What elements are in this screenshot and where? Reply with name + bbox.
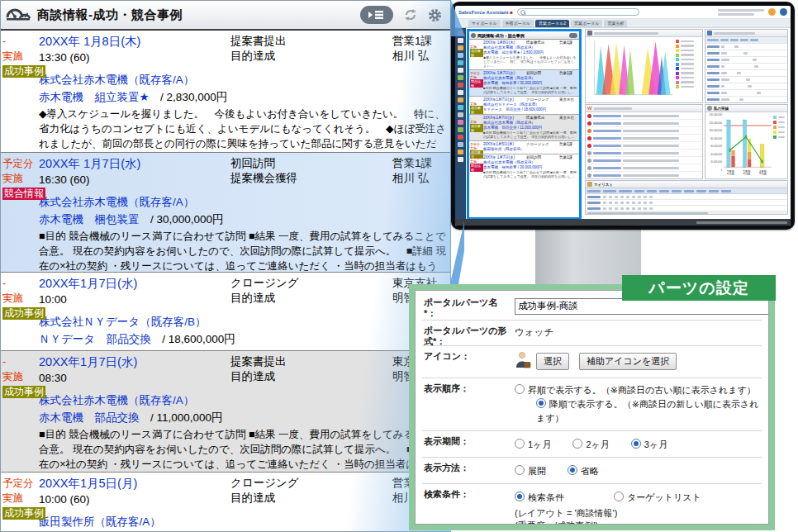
radio-button[interactable] [568, 465, 577, 475]
search-icon [520, 10, 525, 15]
radio-option[interactable]: ターゲットリスト [614, 492, 701, 502]
rail-icon [458, 31, 463, 36]
radio-option[interactable]: 3ヶ月 [631, 439, 667, 449]
radio-option[interactable]: 展開 [515, 466, 546, 476]
record-company-link[interactable]: 株式会社赤木電機（既存客/A） [39, 196, 194, 208]
mylist-row [586, 200, 787, 206]
record-product-link[interactable]: 赤木電機 部品交換 [39, 411, 140, 424]
dashboard-tab: 営業ポータル2 [535, 20, 569, 27]
record-status-column: - 実施 成功事例 [2, 35, 39, 79]
record-execution-status: 実施 [2, 50, 39, 64]
table-row [705, 97, 787, 103]
radio-option[interactable]: 2ヶ月 [572, 439, 609, 449]
refresh-icon[interactable] [403, 7, 418, 22]
mylist-title: マイリスト [594, 183, 613, 187]
ranking-row [586, 164, 702, 172]
record-flag: 予定分 [2, 157, 39, 172]
salesforce-assistant-logo: SalesForce Assistant ■ [458, 10, 513, 15]
record-row: - 実施 成功事例 20XX年1月7日(水) 08:30 提案書提出目的達成 東… [1, 350, 450, 472]
radio-option[interactable]: 1ヶ月 [515, 439, 551, 449]
settings-field-row: ポータルパーツの形式*：ウォッチ [422, 321, 762, 346]
rail-icon [458, 45, 463, 50]
radio-option[interactable]: 昇順で表示する。（※商談日の古い順に表示されます） [515, 383, 762, 397]
radio-button[interactable] [515, 439, 525, 449]
record-product-link[interactable]: ＮＹデータ 部品交換 [39, 333, 151, 345]
record-company-link[interactable]: 飯田製作所（既存客/A） [39, 515, 161, 528]
dashboard-tab: マイポータル [468, 20, 501, 27]
radio-button[interactable] [515, 492, 525, 501]
record-description: ■目的 競合機械のリース満了に合わせて訪問 ■結果 一度、費用の試算をしてみるこ… [39, 428, 447, 472]
record-row: 予定分 実施 競合情報 20XX年 1月7日(水) 16:30 (60) 初回訪… [1, 152, 450, 272]
svg-text:4月度: 4月度 [759, 169, 767, 177]
radio-button[interactable] [515, 465, 525, 475]
ranking-row [586, 135, 702, 142]
radio-option[interactable]: 検索条件 [515, 492, 564, 502]
record-description: ■目的 競合機械のリース満了に合わせて訪問 ■結果 一度、費用の試算をしてみるこ… [39, 230, 447, 272]
record-badge: 成功事例 [2, 507, 45, 520]
settings-field-row: アイコン： 選択補助アイコンを選択 [422, 346, 762, 378]
settings-field-label: アイコン： [424, 351, 508, 362]
expand-list-button[interactable] [360, 6, 393, 24]
record-status-column: - 実施 成功事例 [2, 277, 39, 321]
dashboard-mylist-panel: マイリスト [585, 180, 788, 215]
ranking-row [586, 120, 702, 127]
ranking-row [586, 127, 702, 135]
page-title: 商談情報-成功・競合事例 [37, 7, 183, 23]
radio-button[interactable] [572, 439, 582, 449]
record-company-link[interactable]: 株式会社赤木電機（既存客/A） [39, 394, 194, 406]
mini-record-row: -実施成功事例 20XX年1月7日(水)提案書提出東京支社 株式会社赤木電機（既… [469, 114, 579, 140]
record-date-link[interactable]: 20XX年 1月7日(水) [39, 157, 140, 170]
rail-icon [458, 135, 463, 140]
radio-button[interactable] [631, 439, 641, 449]
record-status-column: 予定分 実施 競合情報 [2, 157, 39, 202]
radio-option[interactable]: 省略 [568, 466, 599, 476]
record-product-link[interactable]: 赤木電機 梱包装置 [39, 213, 140, 226]
record-date-link[interactable]: 20XX年1月7日(水) [39, 277, 137, 290]
help-icon [780, 8, 787, 16]
sub-icon-select-button[interactable]: 補助アイコンを選択 [579, 353, 677, 370]
record-status-column: 予定分 実施 成功事例 [2, 477, 39, 521]
table-row [705, 70, 787, 77]
record-time: 10:00 (60) [39, 492, 227, 507]
rail-icon [458, 60, 463, 65]
dashboard-highlighted-part: 商談情報-成功・競合事例 -実施成功事例 20XX年 1月8日(木)提案書提出営… [467, 29, 582, 220]
settings-field-label: ポータルパーツの形式*： [424, 325, 508, 347]
gear-icon[interactable] [428, 8, 442, 22]
record-company-link[interactable]: 株式会社赤木電機（既存客/A） [39, 74, 194, 86]
radio-option[interactable]: 降順で表示する。（※商談日の新しい順に表示されます） [536, 397, 762, 425]
table-row [705, 50, 787, 57]
radio-button[interactable] [515, 384, 525, 394]
rail-icon [458, 38, 463, 43]
record-flag: - [2, 355, 39, 370]
record-list: - 実施 成功事例 20XX年 1月8日(木) 13:30 (60) 提案書提出… [1, 31, 450, 531]
mini-record-row: -実施成功事例 20XX年 1月8日(木)提案書提出営業1課 株式会社赤木電機（… [469, 40, 579, 69]
record-flag: - [2, 35, 39, 50]
record-execution-status: 実施 [2, 172, 39, 187]
ranking-row [586, 112, 702, 120]
record-date-link[interactable]: 20XX年1月7日(水) [39, 355, 137, 368]
rail-icon [458, 75, 463, 80]
record-badge: 成功事例 [2, 65, 45, 78]
svg-text:2月度: 2月度 [727, 169, 735, 177]
radio-button[interactable] [536, 398, 546, 408]
mini-record-row: 予定分実施競合情報 20XX年 1月7日(水)初回訪問営業1課 株式会社赤木電機… [469, 154, 579, 180]
record-company-link[interactable]: 株式会社ＮＹデータ（既存客/B） [39, 316, 206, 328]
icon-select-button[interactable]: 選択 [536, 353, 569, 370]
dashboard-footer [455, 219, 791, 226]
record-date-link[interactable]: 20XX年1月5日(月) [39, 477, 137, 490]
record-date-link[interactable]: 20XX年 1月8日(木) [39, 35, 140, 48]
gauge-icon [6, 4, 31, 26]
user-avatar [768, 8, 776, 16]
parts-settings-panel: ポータルパーツ名 *： ポータルパーツの形式*：ウォッチ アイコン： 選択補助ア… [409, 284, 775, 530]
rail-icon [458, 150, 463, 154]
dashboard-screenshot: SalesForce Assistant ■ マイポータル共有ポータル営業ポータ… [455, 6, 791, 226]
record-flag: - [2, 277, 39, 292]
record-row: 予定分 実施 成功事例 20XX年1月5日(月) 10:00 (60) クロージ… [1, 472, 450, 531]
rail-icon [458, 68, 463, 73]
panel-header: 商談情報-成功・競合事例 [1, 1, 450, 31]
mini-panel-title: 商談情報-成功・競合事例 [477, 33, 525, 38]
record-product-link[interactable]: 赤木電機 組立装置★ [39, 91, 150, 103]
rail-icon [458, 120, 463, 125]
radio-button[interactable] [614, 492, 624, 501]
dashboard-tabs: マイポータル共有ポータル営業ポータル2営業ポータル営業分析 [455, 19, 791, 28]
